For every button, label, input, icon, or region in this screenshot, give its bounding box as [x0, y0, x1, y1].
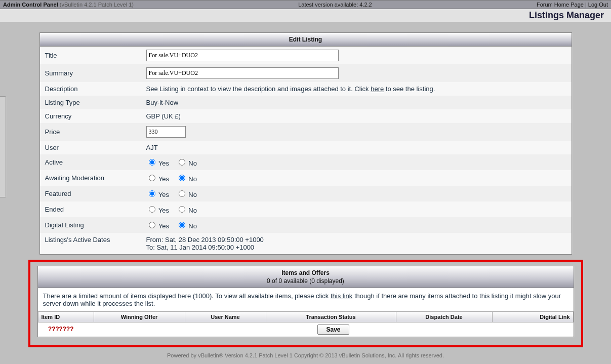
label-price: Price [40, 123, 141, 141]
await-no-radio[interactable] [179, 175, 185, 181]
label-description: Description [40, 82, 141, 96]
desc-here-link[interactable]: here [371, 85, 384, 93]
th-digital-link: Digital Link [492, 312, 573, 322]
th-winning-offer: Winning Offer [94, 312, 185, 322]
top-version: (vBulletin 4.2.1 Patch Level 1) [60, 2, 134, 8]
forum-home-link[interactable]: Forum Home Page [537, 2, 584, 8]
logout-link[interactable]: Log Out [588, 2, 608, 8]
active-yes-radio[interactable] [149, 159, 155, 166]
th-transaction-status: Transaction Status [266, 312, 396, 322]
ended-yes-radio[interactable] [149, 206, 155, 213]
date-from: From: Sat, 28 Dec 2013 09:50:00 +1000 [146, 236, 566, 244]
save-button[interactable]: Save [317, 325, 349, 335]
label-user: User [40, 141, 141, 154]
desc-pre: See Listing in context to view the descr… [146, 85, 371, 93]
label-digital: Digital Listing [40, 217, 141, 233]
top-bar: Admin Control Panel (vBulletin 4.2.1 Pat… [0, 0, 611, 9]
label-dates: Listings's Active Dates [40, 233, 141, 254]
label-await: Awaiting Moderation [40, 170, 141, 186]
label-title: Title [40, 47, 141, 64]
edit-listing-header: Edit Listing [40, 33, 572, 47]
edit-form: Title Summary Description See Listing in… [40, 47, 572, 254]
items-panel: Items and Offers 0 of 0 available (0 dis… [37, 266, 574, 337]
ended-no-radio[interactable] [179, 206, 185, 213]
price-input[interactable] [146, 126, 186, 138]
value-currency: GBP (UK £) [141, 109, 572, 123]
label-ended: Ended [40, 201, 141, 217]
title-input[interactable] [146, 50, 339, 61]
label-summary: Summary [40, 64, 141, 82]
await-yes-radio[interactable] [149, 175, 155, 181]
side-tab-stub[interactable] [0, 96, 6, 197]
desc-post: to see the listing. [384, 85, 435, 93]
th-dispatch-date: Dispatch Date [396, 312, 492, 322]
digital-no-radio[interactable] [179, 222, 185, 228]
th-item-id: Item ID [38, 312, 94, 322]
section-title: Listings Manager [0, 9, 611, 22]
row-qmarks: ??????? [38, 322, 94, 337]
label-currency: Currency [40, 109, 141, 123]
items-this-link[interactable]: this link [331, 292, 352, 300]
date-to: To: Sat, 11 Jan 2014 09:50:00 +1000 [146, 244, 566, 251]
items-header: Items and Offers 0 of 0 available (0 dis… [38, 266, 574, 288]
items-title: Items and Offers [38, 269, 574, 276]
label-active: Active [40, 154, 141, 170]
value-user: AJT [141, 141, 572, 154]
footer-text: Powered by vBulletin® Version 4.2.1 Patc… [0, 349, 611, 364]
active-no-radio[interactable] [179, 159, 185, 166]
edit-listing-panel: Edit Listing Title Summary Description S… [39, 32, 572, 255]
th-user-name: User Name [185, 312, 266, 322]
highlight-box: Items and Offers 0 of 0 available (0 dis… [28, 260, 583, 347]
items-subtitle: 0 of 0 available (0 displayed) [38, 276, 574, 285]
label-featured: Featured [40, 186, 141, 201]
label-listing-type: Listing Type [40, 96, 141, 109]
featured-no-radio[interactable] [179, 190, 185, 197]
digital-yes-radio[interactable] [149, 222, 155, 228]
items-grid: Item ID Winning Offer User Name Transact… [38, 311, 574, 337]
items-note: There are a limited amount of items disp… [38, 288, 574, 311]
featured-yes-radio[interactable] [149, 190, 155, 197]
top-latest: Latest version available: 4.2.2 [298, 2, 372, 8]
value-listing-type: Buy-it-Now [141, 96, 572, 109]
top-title: Admin Control Panel [3, 2, 58, 8]
summary-input[interactable] [146, 67, 339, 79]
